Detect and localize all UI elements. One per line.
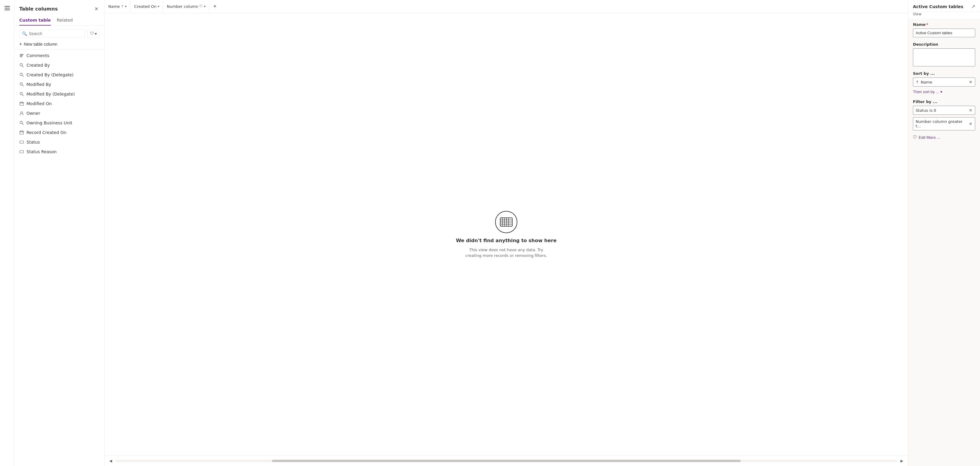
search-icon-modified-by-delegate <box>19 92 24 96</box>
search-box: 🔍 <box>19 29 85 38</box>
tab-related[interactable]: Related <box>57 15 73 25</box>
filter-chevron-icon: ▾ <box>95 31 97 36</box>
search-icon-created-by <box>19 63 24 67</box>
column-item-created-by[interactable]: Created By <box>14 60 104 70</box>
svg-line-17 <box>22 124 24 125</box>
sort-chevron-icon-number-column: ▾ <box>204 5 206 8</box>
column-label-comments: Comments <box>27 53 49 58</box>
column-item-status[interactable]: Status <box>14 137 104 147</box>
sort-by-clear-button[interactable]: ✕ <box>969 79 972 84</box>
expand-panel-button[interactable]: ↗ <box>971 3 975 10</box>
right-panel-subtitle: View <box>908 12 980 19</box>
new-column-label: New table column <box>24 42 57 47</box>
column-header-created-on-label: Created On <box>134 4 156 9</box>
svg-line-4 <box>22 66 24 67</box>
sort-by-field-inner: ↑ Name <box>916 80 932 84</box>
name-field-input[interactable] <box>913 29 975 37</box>
column-item-modified-by[interactable]: Modified By <box>14 79 104 89</box>
column-item-modified-on[interactable]: Modified On <box>14 99 104 108</box>
search-icon-modified-by <box>19 82 24 87</box>
svg-rect-20 <box>21 131 21 132</box>
scrollbar-thumb <box>272 460 741 462</box>
left-panel: Table columns ✕ Custom table Related 🔍 ⛉… <box>14 0 105 466</box>
close-panel-button[interactable]: ✕ <box>93 5 100 13</box>
column-item-comments[interactable]: Comments <box>14 51 104 60</box>
filter-chip-status-clear[interactable]: ✕ <box>969 108 972 113</box>
grid-footer: ◀ ▶ <box>105 455 908 466</box>
filter-by-section: Filter by ... Status is 0 ✕ Number colum… <box>913 100 975 142</box>
name-field-label: Name * <box>913 22 975 27</box>
nav-rail <box>0 0 14 466</box>
svg-line-10 <box>22 95 24 96</box>
column-header-number-column[interactable]: Number column ⛉ ▾ <box>163 0 210 13</box>
plus-icon: + <box>19 41 22 47</box>
search-input[interactable] <box>29 31 82 36</box>
column-label-status: Status <box>27 140 40 144</box>
rect-icon-status <box>19 140 24 144</box>
column-item-modified-by-delegate[interactable]: Modified By (Delegate) <box>14 89 104 99</box>
filter-icon: ⛉ <box>90 31 94 36</box>
description-field-textarea[interactable] <box>913 48 975 67</box>
column-item-owner[interactable]: Owner <box>14 108 104 118</box>
sort-chevron-icon-name: ▾ <box>125 5 127 8</box>
description-field-label: Description <box>913 42 975 47</box>
svg-rect-11 <box>20 102 24 105</box>
grid-body-empty: We didn't find anything to show here Thi… <box>105 13 908 455</box>
filter-by-label: Filter by ... <box>913 100 975 104</box>
left-panel-header: Table columns ✕ <box>14 0 104 15</box>
svg-rect-22 <box>20 141 24 143</box>
edit-filters-button[interactable]: ⛉ Edit filters ... <box>913 133 975 142</box>
filter-icon-number-column: ⛉ <box>199 5 203 8</box>
column-label-owning-business-unit: Owning Business Unit <box>27 120 72 125</box>
description-field-section: Description <box>913 42 975 67</box>
svg-rect-0 <box>20 54 24 55</box>
svg-rect-18 <box>20 131 24 134</box>
column-label-created-by-delegate: Created By (Delegate) <box>27 73 74 77</box>
add-column-button[interactable]: + <box>209 0 220 13</box>
column-item-created-by-delegate[interactable]: Created By (Delegate) <box>14 70 104 79</box>
sort-asc-icon-name: ↑ <box>121 5 124 8</box>
calendar-icon-modified-on <box>19 101 24 106</box>
column-item-status-reason[interactable]: Status Reason <box>14 147 104 157</box>
scrollbar-track[interactable] <box>116 460 897 462</box>
svg-rect-2 <box>20 57 22 57</box>
filter-toggle[interactable]: ⛉ ▾ <box>87 29 100 38</box>
column-label-modified-by: Modified By <box>27 82 51 87</box>
search-icon-owning-business-unit <box>19 121 24 125</box>
svg-rect-21 <box>22 131 23 132</box>
column-header-name[interactable]: Name ↑ ▾ <box>105 0 130 13</box>
right-panel-header: Active Custom tables ↗ <box>908 0 980 12</box>
sort-by-label: Sort by ... <box>913 71 975 76</box>
left-panel-title: Table columns <box>19 6 58 12</box>
rect-icon-status-reason <box>19 150 24 154</box>
column-label-owner: Owner <box>27 111 40 116</box>
hamburger-menu[interactable] <box>2 3 12 13</box>
search-icon: 🔍 <box>22 31 27 36</box>
scroll-left-arrow[interactable]: ◀ <box>107 457 114 464</box>
filter-chip-number-column-clear[interactable]: ✕ <box>969 121 972 126</box>
text-icon <box>19 54 24 58</box>
sort-chevron-icon-created-on: ▾ <box>158 5 159 8</box>
new-table-column-button[interactable]: + New table column <box>14 39 104 49</box>
svg-line-6 <box>22 75 24 77</box>
then-sort-by-label: Then sort by ... <box>913 90 939 94</box>
required-star-name: * <box>926 22 928 27</box>
then-sort-by-button[interactable]: Then sort by ... ▾ <box>913 89 942 95</box>
search-icon-created-by-delegate <box>19 73 24 77</box>
svg-rect-23 <box>20 151 24 153</box>
tab-custom-table[interactable]: Custom table <box>19 15 51 25</box>
sort-by-field[interactable]: ↑ Name ✕ <box>913 78 975 87</box>
edit-filters-label: Edit filters ... <box>919 135 940 140</box>
column-label-modified-on: Modified On <box>27 101 52 106</box>
column-item-record-created-on[interactable]: Record Created On <box>14 128 104 137</box>
column-label-record-created-on: Record Created On <box>27 130 67 135</box>
column-header-created-on[interactable]: Created On ▾ <box>130 0 163 13</box>
svg-line-8 <box>22 85 24 87</box>
main-content: Name ↑ ▾ Created On ▾ Number column ⛉ ▾ … <box>105 0 908 466</box>
column-label-created-by: Created By <box>27 63 50 68</box>
right-panel-body: Name * Description Sort by ... ↑ Name ✕ <box>908 19 980 466</box>
sort-asc-arrow-icon: ↑ <box>916 80 919 84</box>
column-item-owning-business-unit[interactable]: Owning Business Unit <box>14 118 104 128</box>
column-label-status-reason: Status Reason <box>27 149 57 154</box>
scroll-right-arrow[interactable]: ▶ <box>898 457 905 464</box>
